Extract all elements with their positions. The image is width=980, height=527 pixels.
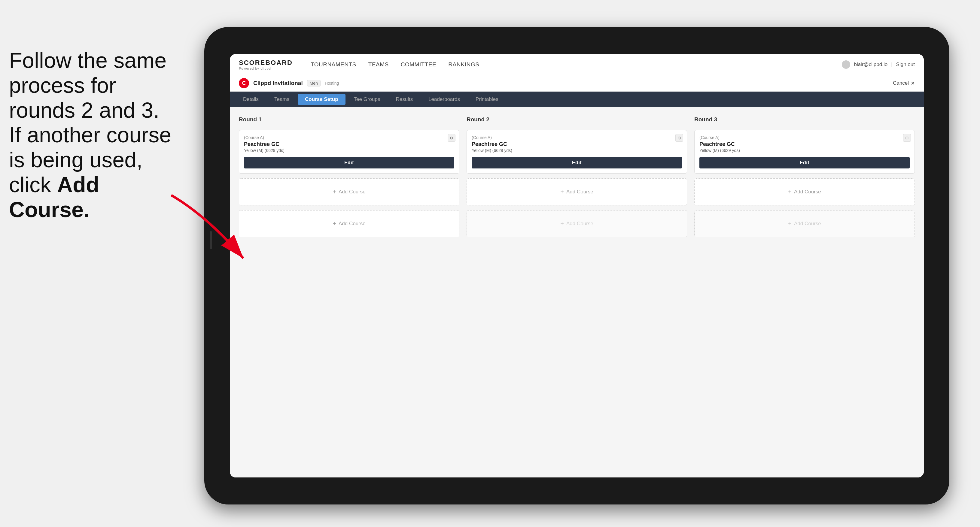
round-3-course-details: Yellow (M) (6629 yds) [699, 148, 910, 153]
round-3-card-menu-btn[interactable]: ⊙ [903, 134, 911, 142]
round-2-title: Round 2 [466, 116, 687, 123]
plus-icon-2: + [332, 221, 336, 227]
nav-right: blair@clippd.io | Sign out [842, 60, 915, 69]
tab-teams[interactable]: Teams [267, 94, 296, 105]
round-3-add-course-1[interactable]: + Add Course [694, 178, 915, 205]
rounds-grid: Round 1 ⊙ (Course A) Peachtree GC Yellow… [239, 116, 915, 237]
round-1-title: Round 1 [239, 116, 459, 123]
round-3-column: Round 3 ⊙ (Course A) Peachtree GC Yellow… [694, 116, 915, 237]
round-1-card-menu-btn[interactable]: ⊙ [448, 134, 455, 142]
round-2-edit-button[interactable]: Edit [472, 157, 682, 168]
round-2-add-course-1-label: Add Course [566, 189, 593, 195]
hosting-badge: Hosting [325, 81, 339, 86]
round-3-add-course-2: + Add Course [694, 210, 915, 237]
round-2-column: Round 2 ⊙ (Course A) Peachtree GC Yellow… [466, 116, 687, 237]
round-3-add-course-1-label: Add Course [794, 189, 821, 195]
round-2-add-course-2-label: Add Course [566, 221, 593, 227]
tab-results[interactable]: Results [388, 94, 420, 105]
user-avatar [842, 60, 850, 69]
brand-icon: C [239, 78, 249, 88]
round-1-add-course-2[interactable]: + Add Course [239, 210, 459, 237]
tournament-name: Clippd Invitational [253, 80, 303, 86]
sub-nav-left: C Clippd Invitational Men Hosting [239, 78, 339, 88]
close-icon: ✕ [911, 80, 915, 86]
round-2-course-details: Yellow (M) (6629 yds) [472, 148, 682, 153]
round-3-title: Round 3 [694, 116, 915, 123]
round-3-edit-button[interactable]: Edit [699, 157, 910, 168]
logo-sub: Powered by clippd [239, 67, 293, 70]
tab-details[interactable]: Details [236, 94, 266, 105]
plus-icon-5: + [788, 189, 792, 195]
round-1-column: Round 1 ⊙ (Course A) Peachtree GC Yellow… [239, 116, 459, 237]
tab-printables[interactable]: Printables [468, 94, 506, 105]
logo-main: SCOREBOARD [239, 59, 293, 67]
plus-icon-6: + [788, 221, 792, 227]
cancel-button[interactable]: Cancel ✕ [893, 80, 915, 86]
tab-leaderboards[interactable]: Leaderboards [421, 94, 467, 105]
round-2-add-course-1[interactable]: + Add Course [466, 178, 687, 205]
user-email: blair@clippd.io [854, 62, 888, 68]
scoreboard-logo: SCOREBOARD Powered by clippd [239, 59, 293, 70]
plus-icon-3: + [560, 189, 564, 195]
tab-course-setup[interactable]: Course Setup [298, 94, 345, 105]
top-nav: SCOREBOARD Powered by clippd TOURNAMENTS… [230, 54, 924, 75]
round-3-course-label: (Course A) [699, 135, 910, 140]
round-1-add-course-1[interactable]: + Add Course [239, 178, 459, 205]
round-2-card-menu-btn[interactable]: ⊙ [675, 134, 683, 142]
round-2-course-name: Peachtree GC [472, 141, 682, 148]
sign-out-link[interactable]: Sign out [896, 62, 915, 68]
sub-nav: C Clippd Invitational Men Hosting Cancel… [230, 75, 924, 92]
round-2-add-course-2: + Add Course [466, 210, 687, 237]
round-1-course-label: (Course A) [244, 135, 454, 140]
main-content: Round 1 ⊙ (Course A) Peachtree GC Yellow… [230, 107, 924, 478]
round-3-course-card: ⊙ (Course A) Peachtree GC Yellow (M) (66… [694, 130, 915, 173]
nav-rankings[interactable]: RANKINGS [448, 61, 479, 68]
round-1-course-name: Peachtree GC [244, 141, 454, 148]
gender-badge: Men [307, 80, 321, 86]
tab-bar: Details Teams Course Setup Tee Groups Re… [230, 92, 924, 107]
nav-tournaments[interactable]: TOURNAMENTS [311, 61, 356, 68]
round-1-edit-button[interactable]: Edit [244, 157, 454, 168]
tablet-frame: SCOREBOARD Powered by clippd TOURNAMENTS… [204, 27, 949, 505]
round-1-course-details: Yellow (M) (6629 yds) [244, 148, 454, 153]
tab-tee-groups[interactable]: Tee Groups [347, 94, 388, 105]
round-1-add-course-1-label: Add Course [339, 189, 366, 195]
nav-teams[interactable]: TEAMS [368, 61, 389, 68]
nav-links: TOURNAMENTS TEAMS COMMITTEE RANKINGS [311, 61, 827, 68]
nav-committee[interactable]: COMMITTEE [401, 61, 436, 68]
round-1-course-card: ⊙ (Course A) Peachtree GC Yellow (M) (66… [239, 130, 459, 173]
round-3-course-name: Peachtree GC [699, 141, 910, 148]
tablet-screen: SCOREBOARD Powered by clippd TOURNAMENTS… [230, 54, 924, 478]
plus-icon-4: + [560, 221, 564, 227]
plus-icon: + [332, 189, 336, 195]
round-3-add-course-2-label: Add Course [794, 221, 821, 227]
round-2-course-label: (Course A) [472, 135, 682, 140]
instruction-text: Follow the same process for rounds 2 and… [0, 48, 186, 222]
round-2-course-card: ⊙ (Course A) Peachtree GC Yellow (M) (66… [466, 130, 687, 173]
round-1-add-course-2-label: Add Course [339, 221, 366, 227]
